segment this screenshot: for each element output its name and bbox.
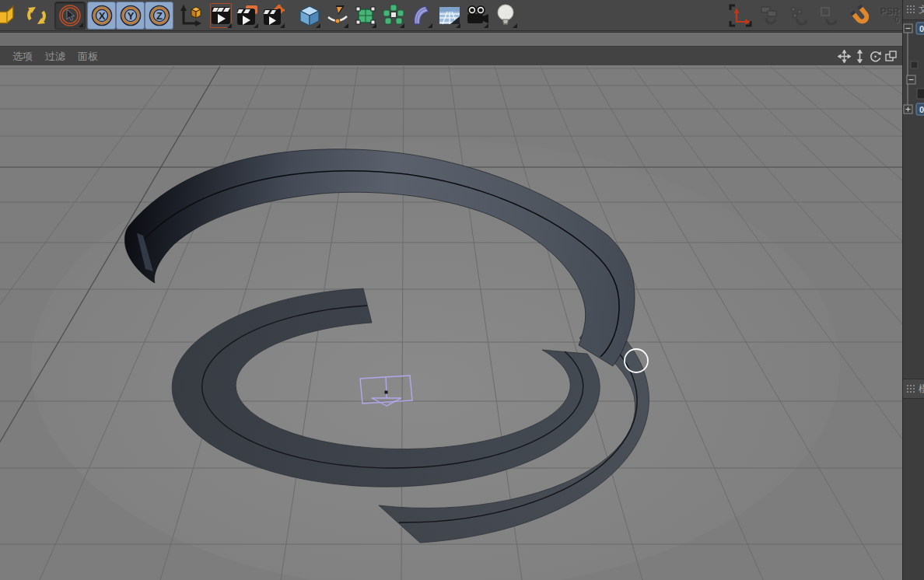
dropdown-corner bbox=[456, 23, 460, 28]
application-window: X Y Z bbox=[0, 0, 924, 580]
render-to-picture-viewer-button[interactable] bbox=[235, 2, 260, 30]
lock-y-axis-button[interactable]: Y bbox=[116, 2, 145, 30]
dropdown-corner bbox=[513, 23, 517, 28]
dropdown-corner bbox=[79, 23, 83, 27]
menu-options[interactable]: 选项 bbox=[12, 50, 33, 64]
snap-points-icon bbox=[788, 4, 811, 27]
render-view-button[interactable] bbox=[208, 2, 233, 30]
tree-item-icon-1[interactable]: 0 bbox=[916, 23, 924, 34]
object-axis-point bbox=[385, 391, 388, 394]
lock-x-axis-button[interactable]: X bbox=[87, 2, 116, 30]
attribute-manager-area bbox=[903, 400, 924, 580]
dropdown-corner bbox=[254, 23, 258, 28]
dropdown-corner bbox=[484, 23, 488, 28]
tree-expander-expand-1[interactable] bbox=[904, 105, 912, 114]
tree-child-item-1[interactable] bbox=[911, 61, 918, 68]
viewport-canvas[interactable] bbox=[0, 65, 902, 580]
add-environment-button[interactable] bbox=[436, 2, 462, 30]
snap-option-3-button[interactable] bbox=[815, 2, 843, 30]
add-spline-button[interactable] bbox=[324, 2, 350, 30]
render-settings-button[interactable] bbox=[261, 2, 286, 30]
lock-z-axis-button[interactable]: Z bbox=[145, 2, 173, 30]
object-manager-menu-label[interactable]: 文 bbox=[919, 3, 924, 16]
dropdown-corner bbox=[316, 23, 320, 28]
redo-button[interactable] bbox=[23, 2, 50, 30]
workplane-button[interactable] bbox=[726, 2, 754, 30]
rotate-view-icon[interactable] bbox=[869, 50, 882, 63]
panel-grip-icon[interactable] bbox=[906, 5, 916, 15]
psr-label: PSR 0 bbox=[880, 8, 900, 23]
axis-z-letter: Z bbox=[156, 10, 163, 22]
quantize-psr-button[interactable]: PSR 0 bbox=[877, 2, 902, 30]
horizontal-splitter[interactable] bbox=[0, 32, 902, 47]
main-toolbar: X Y Z bbox=[0, 0, 902, 31]
panel-grip-icon[interactable] bbox=[906, 384, 916, 394]
viewport-nav-controls bbox=[838, 50, 898, 63]
axis-y-letter: Y bbox=[127, 10, 134, 22]
toggle-layout-icon[interactable] bbox=[884, 50, 898, 63]
undo-icon bbox=[0, 4, 18, 27]
snap-rect-icon bbox=[758, 4, 782, 27]
axis-y-icon: Y bbox=[119, 4, 142, 27]
axis-z-icon: Z bbox=[148, 4, 171, 27]
axis-x-letter: X bbox=[98, 10, 105, 22]
viewport-menubar: 选项 过滤 面板 bbox=[0, 47, 902, 65]
pan-view-icon[interactable] bbox=[838, 50, 851, 63]
zoom-view-icon[interactable] bbox=[853, 50, 866, 63]
viewport-scene bbox=[0, 65, 902, 580]
add-deformer-button[interactable] bbox=[408, 2, 434, 30]
dropdown-corner bbox=[227, 23, 232, 28]
axis-cube-icon bbox=[177, 3, 202, 28]
tree-item-icon-2[interactable]: 0 bbox=[916, 103, 924, 115]
workplane-axis-icon bbox=[728, 3, 753, 28]
snap-square-icon bbox=[817, 4, 841, 27]
attribute-manager-menu-label[interactable]: 模 bbox=[919, 383, 924, 396]
snap-option-2-button[interactable] bbox=[786, 2, 814, 30]
object-manager-header: 文 bbox=[903, 0, 924, 20]
coordinate-system-button[interactable] bbox=[176, 2, 204, 30]
add-modeling-object-button[interactable] bbox=[380, 2, 406, 30]
svg-text:0: 0 bbox=[919, 105, 924, 114]
add-camera-button[interactable] bbox=[464, 2, 490, 30]
enable-snap-button[interactable] bbox=[846, 2, 876, 30]
attribute-manager-header: 模 bbox=[903, 379, 924, 399]
menu-panel[interactable]: 面板 bbox=[78, 50, 98, 64]
dropdown-corner bbox=[428, 23, 432, 28]
magnet-icon bbox=[849, 3, 873, 28]
tree-child-item-2[interactable] bbox=[917, 89, 924, 99]
tree-expander-collapse-1[interactable] bbox=[904, 24, 912, 33]
redo-arrows-icon bbox=[25, 4, 48, 27]
snap-option-1-button[interactable] bbox=[756, 2, 784, 30]
dropdown-corner bbox=[344, 23, 348, 28]
object-manager-tree: 0 0 bbox=[903, 21, 924, 379]
menu-filter[interactable]: 过滤 bbox=[45, 50, 65, 64]
axis-x-icon: X bbox=[90, 4, 114, 27]
dropdown-corner bbox=[280, 23, 285, 28]
live-selection-button[interactable] bbox=[54, 2, 86, 30]
dropdown-corner bbox=[372, 23, 376, 28]
add-primitive-button[interactable] bbox=[296, 2, 322, 30]
right-dock-panel: 文 0 bbox=[902, 0, 924, 580]
dropdown-corner bbox=[400, 23, 404, 28]
add-generator-button[interactable] bbox=[352, 2, 378, 30]
undo-button[interactable] bbox=[0, 2, 19, 30]
svg-text:0: 0 bbox=[919, 24, 924, 33]
tree-expander-collapse-2[interactable] bbox=[907, 75, 915, 84]
add-light-button[interactable] bbox=[492, 2, 519, 30]
